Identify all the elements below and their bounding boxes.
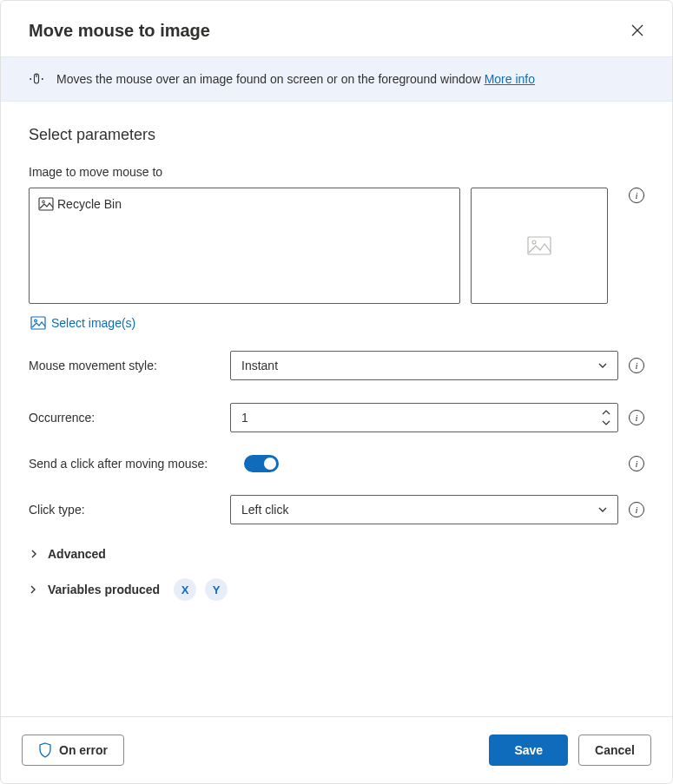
- advanced-toggle[interactable]: Advanced: [29, 547, 644, 561]
- shield-icon: [38, 742, 52, 758]
- cancel-button[interactable]: Cancel: [578, 735, 651, 766]
- svg-rect-6: [31, 317, 45, 329]
- param-send-click: Send a click after moving mouse: i: [29, 455, 644, 472]
- advanced-label: Advanced: [48, 547, 106, 561]
- chevron-right-icon: [29, 585, 37, 594]
- click-type-select[interactable]: Left click: [230, 495, 618, 524]
- image-row: Recycle Bin i: [29, 188, 644, 304]
- chevron-up-icon: [602, 409, 610, 416]
- info-description: Moves the mouse over an image found on s…: [56, 72, 481, 86]
- cancel-label: Cancel: [595, 743, 635, 757]
- variables-produced-toggle[interactable]: Variables produced X Y: [29, 578, 644, 601]
- svg-point-5: [532, 240, 536, 244]
- footer-right: Save Cancel: [489, 735, 651, 766]
- dialog-header: Move mouse to image: [1, 1, 672, 56]
- on-error-button[interactable]: On error: [22, 735, 124, 766]
- image-icon: [38, 197, 54, 211]
- occurrence-stepper: [598, 405, 614, 430]
- chevron-down-icon: [602, 419, 610, 426]
- click-type-value: Left click: [241, 503, 288, 517]
- image-icon: [30, 316, 46, 330]
- image-field-label: Image to move mouse to: [29, 165, 644, 179]
- info-icon[interactable]: i: [629, 502, 644, 517]
- send-click-label: Send a click after moving mouse:: [29, 457, 244, 471]
- movement-style-select[interactable]: Instant: [230, 351, 618, 380]
- image-item-label: Recycle Bin: [57, 197, 122, 211]
- select-images-button[interactable]: Select image(s): [29, 316, 135, 330]
- variable-badge[interactable]: Y: [205, 578, 228, 601]
- svg-point-7: [35, 320, 37, 322]
- close-icon: [631, 24, 643, 36]
- dialog-title: Move mouse to image: [29, 21, 210, 41]
- toggle-knob: [264, 458, 276, 470]
- step-down-button[interactable]: [598, 418, 614, 428]
- save-label: Save: [514, 743, 543, 757]
- param-movement-style: Mouse movement style: Instant i: [29, 351, 644, 380]
- select-images-label: Select image(s): [51, 316, 135, 330]
- variable-badge[interactable]: X: [174, 578, 196, 601]
- chevron-down-icon: [597, 504, 609, 516]
- occurrence-label: Occurrence:: [29, 411, 230, 425]
- param-occurrence: Occurrence: 1 i: [29, 403, 644, 432]
- variables-label: Variables produced: [48, 583, 160, 596]
- movement-style-value: Instant: [241, 359, 278, 372]
- info-icon[interactable]: i: [629, 410, 644, 425]
- on-error-label: On error: [59, 743, 108, 757]
- chevron-down-icon: [597, 359, 609, 372]
- more-info-link[interactable]: More info: [485, 72, 535, 86]
- move-mouse-to-image-dialog: Move mouse to image Moves the mouse over…: [0, 0, 673, 784]
- info-icon[interactable]: i: [629, 188, 644, 203]
- svg-point-3: [43, 201, 45, 203]
- param-click-type: Click type: Left click i: [29, 495, 644, 524]
- dialog-body: Select parameters Image to move mouse to…: [1, 102, 672, 716]
- movement-style-label: Mouse movement style:: [29, 359, 230, 372]
- info-banner-text: Moves the mouse over an image found on s…: [56, 72, 535, 86]
- image-list[interactable]: Recycle Bin: [29, 188, 460, 304]
- dialog-footer: On error Save Cancel: [1, 716, 672, 783]
- mouse-action-icon: [29, 71, 44, 87]
- save-button[interactable]: Save: [489, 735, 568, 766]
- svg-rect-4: [528, 237, 551, 254]
- info-icon[interactable]: i: [629, 456, 644, 471]
- section-title: Select parameters: [29, 126, 644, 144]
- click-type-label: Click type:: [29, 503, 230, 517]
- image-item[interactable]: Recycle Bin: [38, 197, 122, 211]
- info-banner: Moves the mouse over an image found on s…: [1, 56, 672, 102]
- send-click-toggle[interactable]: [244, 455, 279, 472]
- image-preview[interactable]: [471, 188, 608, 304]
- svg-rect-2: [39, 198, 53, 210]
- placeholder-image-icon: [527, 236, 551, 255]
- occurrence-value: 1: [241, 411, 248, 425]
- occurrence-input[interactable]: 1: [230, 403, 618, 432]
- close-button[interactable]: [624, 16, 651, 44]
- step-up-button[interactable]: [598, 407, 614, 418]
- chevron-right-icon: [30, 550, 38, 558]
- info-icon[interactable]: i: [629, 358, 644, 373]
